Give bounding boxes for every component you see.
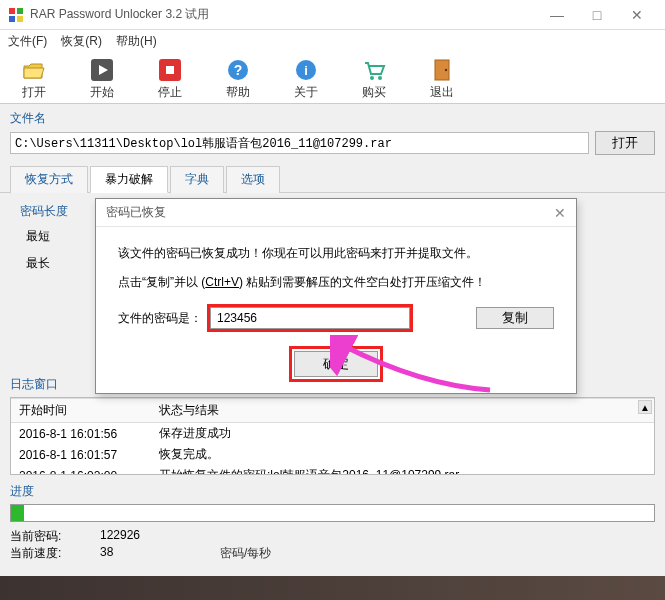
svg-point-11: [370, 76, 374, 80]
about-label: 关于: [294, 84, 318, 101]
open-button[interactable]: 打开: [14, 58, 54, 101]
menu-file[interactable]: 文件(F): [8, 33, 47, 50]
svg-rect-3: [17, 16, 23, 22]
maximize-button[interactable]: □: [577, 1, 617, 29]
stop-button[interactable]: 停止: [150, 58, 190, 101]
help-label: 帮助: [226, 84, 250, 101]
play-icon: [90, 58, 114, 82]
help-button[interactable]: ? 帮助: [218, 58, 258, 101]
copy-button[interactable]: 复制: [476, 307, 554, 329]
progress-bar: [10, 504, 655, 522]
ok-button[interactable]: 确定: [294, 351, 378, 377]
close-button[interactable]: ✕: [617, 1, 657, 29]
start-button[interactable]: 开始: [82, 58, 122, 101]
speed-value: 38: [100, 545, 190, 562]
dialog-title-text: 密码已恢复: [106, 204, 166, 221]
progress-title: 进度: [10, 483, 655, 500]
password-input[interactable]: [210, 307, 410, 329]
file-path-input[interactable]: [10, 132, 589, 154]
password-recovered-dialog: 密码已恢复 ✕ 该文件的密码已恢复成功！你现在可以用此密码来打开并提取文件。 点…: [95, 198, 577, 394]
svg-rect-6: [166, 66, 174, 74]
cart-icon: [362, 58, 386, 82]
dialog-message-hint: 点击“复制”并以 (Ctrl+V) 粘贴到需要解压的文件空白处打开压缩文件！: [118, 274, 554, 291]
menu-recover[interactable]: 恢复(R): [61, 33, 102, 50]
menu-help[interactable]: 帮助(H): [116, 33, 157, 50]
svg-rect-0: [9, 8, 15, 14]
col-time: 开始时间: [11, 399, 151, 423]
stop-label: 停止: [158, 84, 182, 101]
toolbar: 打开 开始 停止 ? 帮助 i 关于 购买 退出: [0, 52, 665, 104]
table-row: 2016-8-1 16:02:00开始恢复文件的密码:lol韩服语音包2016_…: [11, 465, 654, 475]
buy-button[interactable]: 购买: [354, 58, 394, 101]
open-label: 打开: [22, 84, 46, 101]
file-label: 文件名: [10, 110, 655, 127]
minimize-button[interactable]: —: [537, 1, 577, 29]
start-label: 开始: [90, 84, 114, 101]
dialog-titlebar: 密码已恢复 ✕: [96, 199, 576, 227]
tab-dict[interactable]: 字典: [170, 166, 224, 193]
menubar: 文件(F) 恢复(R) 帮助(H): [0, 30, 665, 52]
taskbar-strip: [0, 576, 665, 600]
current-password-row: 当前密码: 122926: [10, 528, 655, 545]
tab-bar: 恢复方式 暴力破解 字典 选项: [0, 157, 665, 193]
exit-label: 退出: [430, 84, 454, 101]
svg-text:?: ?: [234, 62, 243, 78]
log-table: 开始时间 状态与结果 2016-8-1 16:01:56保存进度成功 2016-…: [11, 398, 654, 475]
progress-fill: [11, 505, 24, 521]
tab-options[interactable]: 选项: [226, 166, 280, 193]
stop-icon: [158, 58, 182, 82]
svg-point-14: [445, 69, 447, 71]
dialog-message-success: 该文件的密码已恢复成功！你现在可以用此密码来打开并提取文件。: [118, 245, 554, 262]
dialog-close-button[interactable]: ✕: [554, 205, 566, 221]
svg-text:i: i: [304, 63, 308, 78]
exit-button[interactable]: 退出: [422, 58, 462, 101]
cur-pw-value: 122926: [100, 528, 190, 545]
log-table-container[interactable]: ▲ 开始时间 状态与结果 2016-8-1 16:01:56保存进度成功 201…: [10, 397, 655, 475]
door-icon: [430, 58, 454, 82]
svg-point-12: [378, 76, 382, 80]
buy-label: 购买: [362, 84, 386, 101]
speed-row: 当前速度: 38 密码/每秒: [10, 545, 655, 562]
svg-rect-2: [9, 16, 15, 22]
speed-unit: 密码/每秒: [220, 545, 271, 562]
window-titlebar: RAR Password Unlocker 3.2 试用 — □ ✕: [0, 0, 665, 30]
cur-pw-label: 当前密码:: [10, 528, 70, 545]
tab-method[interactable]: 恢复方式: [10, 166, 88, 193]
table-row: 2016-8-1 16:01:56保存进度成功: [11, 423, 654, 445]
tab-brute[interactable]: 暴力破解: [90, 166, 168, 193]
help-icon: ?: [226, 58, 250, 82]
progress-section: 进度 当前密码: 122926 当前速度: 38 密码/每秒: [0, 479, 665, 566]
file-section: 文件名 打开: [0, 104, 665, 157]
speed-label: 当前速度:: [10, 545, 70, 562]
about-button[interactable]: i 关于: [286, 58, 326, 101]
app-icon: [8, 7, 24, 23]
info-icon: i: [294, 58, 318, 82]
password-label: 文件的密码是：: [118, 310, 202, 327]
open-file-button[interactable]: 打开: [595, 131, 655, 155]
table-row: 2016-8-1 16:01:57恢复完成。: [11, 444, 654, 465]
folder-open-icon: [22, 58, 46, 82]
window-title: RAR Password Unlocker 3.2 试用: [30, 6, 537, 23]
col-status: 状态与结果: [151, 399, 654, 423]
scroll-up-icon[interactable]: ▲: [638, 400, 652, 414]
svg-rect-1: [17, 8, 23, 14]
